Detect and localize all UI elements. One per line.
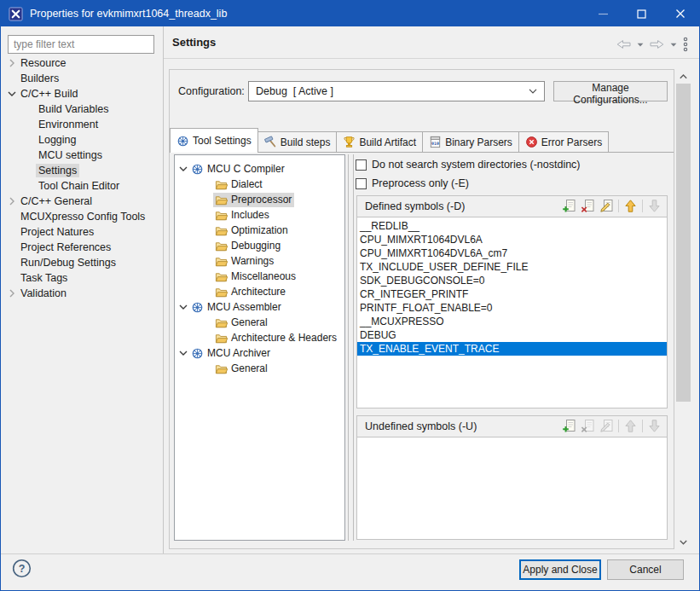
back-button[interactable] [616, 38, 632, 50]
tab-error-parsers[interactable]: Error Parsers [518, 131, 609, 153]
undefined-symbols-header: Undefined symbols (-U) [357, 416, 667, 436]
mcu-tool-icon [191, 163, 204, 176]
category-folder-icon [215, 362, 228, 375]
collapse-arrow[interactable] [177, 301, 189, 313]
add-symbol-button[interactable] [561, 198, 577, 214]
checkbox-do-not-search-system-directories-nostdinc[interactable]: Do not search system directories (-nostd… [356, 157, 581, 172]
back-history-dropdown[interactable] [637, 43, 644, 47]
sidebar-item-label: C/C++ General [18, 194, 95, 208]
symbol-item[interactable]: __MCUXPRESSO [357, 315, 667, 328]
forward-button[interactable] [649, 38, 665, 50]
chevron-right-icon [6, 195, 18, 207]
collapse-arrow[interactable] [177, 347, 189, 359]
symbol-item[interactable]: CPU_MIMXRT1064DVL6A [357, 233, 667, 246]
sidebar-item-project-references[interactable]: Project References [1, 240, 161, 255]
view-menu-button[interactable] [682, 37, 689, 52]
forward-history-dropdown[interactable] [670, 43, 677, 47]
undefined-symbols-group: Undefined symbols (-U) [356, 415, 668, 540]
checkbox-box[interactable] [356, 159, 367, 171]
collapse-arrow[interactable] [6, 88, 18, 100]
symbol-item[interactable]: __REDLIB__ [357, 219, 667, 233]
tree-node-includes[interactable]: Includes [175, 207, 344, 223]
symbol-item[interactable]: CR_INTEGER_PRINTF [357, 287, 667, 301]
tree-node-mcu-archiver[interactable]: MCU Archiver [175, 345, 344, 361]
add-symbol-icon [562, 419, 576, 433]
category-folder-icon [215, 286, 228, 298]
sidebar-item-environment[interactable]: Environment [1, 117, 161, 132]
sidebar-item-mcu-settings[interactable]: MCU settings [1, 148, 161, 163]
delete-symbol-button[interactable] [580, 198, 596, 214]
filter-input[interactable] [8, 35, 154, 54]
tab-binary-parsers[interactable]: 010Binary Parsers [422, 131, 519, 153]
tab-build-steps[interactable]: Build steps [257, 131, 338, 153]
tree-node-preprocessor[interactable]: Preprocessor [175, 192, 344, 207]
tree-node-optimization[interactable]: Optimization [175, 223, 344, 238]
cancel-button[interactable]: Cancel [607, 559, 684, 580]
checkbox-box[interactable] [356, 178, 367, 189]
panel-splitter[interactable] [348, 154, 354, 541]
symbol-item[interactable]: TX_INCLUDE_USER_DEFINE_FILE [357, 260, 667, 274]
close-button[interactable] [661, 1, 699, 26]
scroll-down-button[interactable] [676, 535, 691, 549]
tab-label: Build steps [281, 136, 331, 148]
manage-configurations-button[interactable]: Manage Configurations... [553, 81, 668, 101]
sidebar-item-label: Validation [18, 287, 69, 300]
configuration-select[interactable]: Debug [ Active ] [248, 81, 545, 101]
symbol-item[interactable]: DEBUG [357, 328, 667, 342]
tree-node-debugging[interactable]: Debugging [175, 238, 344, 253]
defined-symbols-toolbar [561, 198, 662, 214]
sidebar-item-task-tags[interactable]: Task Tags [1, 270, 161, 286]
chevron-down-icon [6, 88, 18, 100]
tree-node-mcu-assembler[interactable]: MCU Assembler [175, 299, 344, 315]
tree-node-general[interactable]: General [175, 361, 344, 376]
tree-node-mcu-c-compiler[interactable]: MCU C Compiler [175, 161, 344, 177]
expand-arrow[interactable] [6, 287, 18, 299]
tree-node-architecture-headers[interactable]: Architecture & Headers [175, 330, 344, 345]
sidebar-item-c-c-general[interactable]: C/C++ General [1, 194, 161, 209]
add-symbol-button[interactable] [561, 418, 577, 434]
help-button[interactable]: ? [11, 558, 32, 578]
tree-node-architecture[interactable]: Architecture [175, 284, 344, 299]
checkbox-preprocess-only-e[interactable]: Preprocess only (-E) [356, 176, 469, 191]
defined-symbols-list[interactable]: __REDLIB__CPU_MIMXRT1064DVL6ACPU_MIMXRT1… [357, 217, 667, 408]
sidebar-item-project-natures[interactable]: Project Natures [1, 224, 161, 240]
scroll-up-icon [680, 74, 687, 79]
tab-tool-settings[interactable]: Tool Settings [170, 128, 258, 153]
sidebar-item-settings[interactable]: Settings [1, 163, 161, 178]
tab-build-artifact[interactable]: Build Artifact [336, 131, 423, 153]
apply-and-close-button[interactable]: Apply and Close [519, 559, 601, 580]
tree-node-general[interactable]: General [175, 315, 344, 330]
symbol-item[interactable]: TX_ENABLE_EVENT_TRACE [357, 342, 667, 356]
minimize-button[interactable] [584, 1, 622, 26]
build-artifact-icon [343, 136, 356, 148]
move-up-button[interactable] [622, 198, 639, 214]
tree-node-miscellaneous[interactable]: Miscellaneous [175, 269, 344, 284]
tree-node-dialect[interactable]: Dialect [175, 177, 344, 192]
scrollbar-thumb[interactable] [676, 84, 691, 402]
expand-arrow[interactable] [6, 195, 18, 207]
sidebar-item-build-variables[interactable]: Build Variables [1, 101, 161, 117]
toolbar-separator [618, 420, 619, 432]
tree-node-warnings[interactable]: Warnings [175, 253, 344, 269]
chevron-down-icon [177, 347, 189, 359]
collapse-arrow[interactable] [177, 163, 189, 175]
symbol-item[interactable]: PRINTF_FLOAT_ENABLE=0 [357, 301, 667, 315]
sidebar-item-mcuxpresso-config-tools[interactable]: MCUXpresso Config Tools [1, 209, 161, 224]
sidebar-item-logging[interactable]: Logging [1, 132, 161, 148]
sidebar-item-resource[interactable]: Resource [1, 55, 161, 71]
scroll-up-button[interactable] [676, 69, 691, 84]
sidebar-item-validation[interactable]: Validation [1, 286, 161, 301]
sidebar-item-run-debug-settings[interactable]: Run/Debug Settings [1, 255, 161, 270]
expand-arrow[interactable] [6, 57, 18, 69]
symbol-item[interactable]: SDK_DEBUGCONSOLE=0 [357, 274, 667, 287]
symbol-item[interactable]: CPU_MIMXRT1064DVL6A_cm7 [357, 246, 667, 260]
sidebar-item-tool-chain-editor[interactable]: Tool Chain Editor [1, 178, 161, 194]
category-folder-icon [215, 332, 228, 345]
sidebar-item-c-c-build[interactable]: C/C++ Build [1, 86, 161, 101]
sidebar-item-builders[interactable]: Builders [1, 71, 161, 86]
category-folder-icon [215, 240, 228, 252]
content-scrollbar[interactable] [676, 69, 691, 549]
edit-symbol-button[interactable] [599, 198, 615, 214]
undefined-symbols-list[interactable] [357, 437, 667, 539]
maximize-button[interactable] [622, 1, 661, 26]
